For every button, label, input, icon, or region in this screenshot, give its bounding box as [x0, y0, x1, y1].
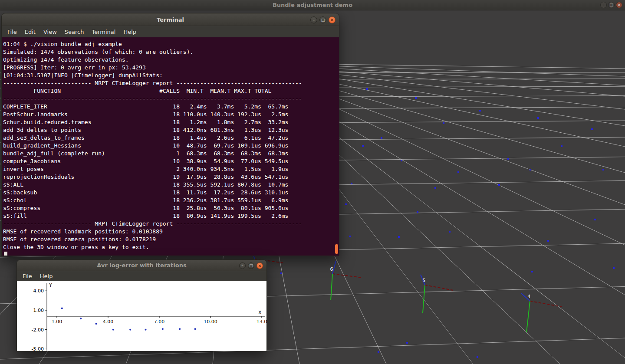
- landmark-point: [547, 240, 549, 242]
- terminal-window-controls: – □ ×: [310, 16, 336, 23]
- minimize-icon[interactable]: –: [239, 262, 246, 269]
- terminal-line: [01:04:31.5107|INFO |CTimeLogger] dumpAl…: [3, 72, 339, 79]
- plot-window: Avr log-error with iterations – □ × File…: [16, 259, 267, 351]
- landmark-point: [531, 271, 533, 272]
- y-tick-label: 1.00: [33, 308, 44, 313]
- landmark-point: [530, 169, 531, 171]
- camera-x-axis: [530, 301, 562, 307]
- main-window-titlebar: Bundle adjustment demo – □ ×: [0, 0, 625, 10]
- landmark-point: [537, 117, 539, 119]
- scrollbar-thumb[interactable]: [335, 244, 338, 254]
- main-window-title: Bundle adjustment demo: [273, 2, 352, 8]
- terminal-window: Terminal – □ × File Edit View Search Ter…: [1, 13, 339, 256]
- landmark-point: [401, 160, 402, 161]
- terminal-line: sS:compress 18 25.8us 50.3us 80.1us 905.…: [3, 204, 339, 212]
- terminal-line: sS:chol 18 236.2us 381.7us 559.1us 6.9ms: [3, 197, 339, 204]
- menu-item-help[interactable]: Help: [119, 27, 140, 36]
- menu-item-help[interactable]: Help: [36, 272, 57, 281]
- scatter-point: [179, 328, 181, 330]
- camera-label: 6: [330, 266, 333, 272]
- terminal-menubar: File Edit View Search Terminal Help: [1, 26, 339, 37]
- close-icon[interactable]: ×: [257, 262, 263, 269]
- landmark-point: [345, 203, 347, 205]
- close-icon[interactable]: ×: [329, 16, 336, 23]
- terminal-line: ----------------------------------------…: [3, 95, 339, 103]
- landmark-point: [561, 145, 562, 147]
- main-window-controls: – □ ×: [600, 2, 622, 8]
- camera-z-axis: [526, 301, 530, 332]
- landmark-point: [443, 122, 444, 124]
- terminal-line: [PROGRESS] Iter: 0 avrg err in px: 53.42…: [3, 64, 339, 72]
- terminal-line: RMSE of recovered camera positions: 0.01…: [3, 236, 339, 243]
- landmark-point: [362, 145, 364, 147]
- scatter-point: [162, 328, 164, 330]
- minimize-icon[interactable]: –: [600, 2, 607, 8]
- landmark-point: [602, 169, 604, 171]
- landmark-point: [280, 272, 282, 274]
- terminal-line: -------------------------- MRPT CTimeLog…: [3, 79, 339, 87]
- minimize-icon[interactable]: –: [310, 16, 317, 23]
- landmark-point: [381, 137, 382, 139]
- terminal-line: add_3d_deltas_to_points 18 412.0ns 681.3…: [3, 126, 339, 134]
- plot-window-controls: – □ ×: [239, 262, 263, 269]
- menu-item-file[interactable]: File: [3, 27, 21, 36]
- landmark-point: [366, 88, 368, 90]
- maximize-icon[interactable]: □: [319, 16, 326, 23]
- landmark-point: [477, 356, 478, 358]
- menu-item-edit[interactable]: Edit: [21, 27, 39, 36]
- terminal-line: sS:backsub 18 11.7us 17.2us 28.6us 310.1…: [3, 189, 339, 197]
- landmark-point: [449, 231, 451, 233]
- x-tick-label: 7.00: [154, 319, 165, 325]
- x-tick-label: 10.00: [204, 319, 217, 325]
- landmark-point: [417, 211, 418, 213]
- terminal-line: RMSE of recovered landmark positions: 0.…: [3, 228, 339, 236]
- landmark-point: [415, 97, 417, 99]
- scatter-point: [112, 329, 114, 331]
- terminal-line: reprojectionResiduals 19 17.9us 28.8us 4…: [3, 173, 339, 181]
- terminal-line: Optimizing 1474 feature observations.: [3, 56, 339, 64]
- menu-item-terminal[interactable]: Terminal: [88, 27, 119, 36]
- menu-item-file[interactable]: File: [19, 272, 36, 281]
- terminal-output[interactable]: 01:04 $ ./vision_bundle_adj_exampleSimul…: [1, 37, 339, 256]
- y-tick-label: -2.00: [32, 327, 44, 333]
- terminal-line: 01:04 $ ./vision_bundle_adj_example: [3, 40, 339, 48]
- scatter-point: [145, 329, 147, 331]
- terminal-line: FUNCTION #CALLS MIN.T MEAN.T MAX.T TOTAL: [3, 87, 339, 95]
- x-axis-label: X: [258, 310, 262, 315]
- terminal-line: PostSchur.landmarks 18 110.0us 140.3us 1…: [3, 111, 339, 118]
- landmark-point: [479, 110, 481, 111]
- terminal-line: compute_Jacobians 10 38.9us 54.9us 77.0u…: [3, 157, 339, 165]
- scatter-point: [80, 318, 82, 319]
- plot-titlebar[interactable]: Avr log-error with iterations – □ ×: [16, 259, 267, 271]
- terminal-titlebar[interactable]: Terminal – □ ×: [1, 13, 339, 26]
- close-icon[interactable]: ×: [616, 2, 622, 8]
- landmark-point: [406, 342, 408, 344]
- x-tick-label: 4.00: [103, 319, 113, 325]
- maximize-icon[interactable]: □: [608, 2, 615, 8]
- x-tick-label: 1.00: [52, 319, 62, 325]
- landmark-point: [349, 236, 351, 237]
- scatter-point: [129, 329, 131, 331]
- camera-x-axis: [332, 274, 362, 278]
- terminal-line: build_gradient_Hessians 10 48.7us 69.7us…: [3, 142, 339, 150]
- plot-menubar: File Help: [16, 271, 267, 281]
- y-tick-label: -5.00: [32, 346, 44, 351]
- landmark-point: [594, 219, 596, 220]
- terminal-title: Terminal: [157, 16, 184, 23]
- camera-z-axis: [331, 274, 332, 300]
- landmark-point: [613, 267, 615, 269]
- maximize-icon[interactable]: □: [248, 262, 254, 269]
- menu-item-view[interactable]: View: [39, 27, 61, 36]
- scatter-point: [61, 308, 63, 309]
- x-tick-label: 13.0: [257, 319, 266, 325]
- menu-item-search[interactable]: Search: [61, 27, 88, 36]
- scatter-point: [95, 323, 97, 325]
- terminal-line: Close the 3D window or press a key to ex…: [3, 243, 339, 251]
- terminal-line: sS:fill 18 80.9us 141.9us 199.5us 2.6ms: [3, 212, 339, 220]
- landmark-point: [398, 236, 400, 238]
- landmark-point: [457, 171, 459, 173]
- camera-x-axis: [425, 285, 453, 290]
- desktop: 7654 Bundle adjustment demo – □ × Termin…: [0, 0, 625, 364]
- terminal-lines: 01:04 $ ./vision_bundle_adj_exampleSimul…: [3, 40, 339, 251]
- scatter-plot: 1.004.007.0010.0013.04.001.00-2.00-5.00Y…: [17, 281, 266, 351]
